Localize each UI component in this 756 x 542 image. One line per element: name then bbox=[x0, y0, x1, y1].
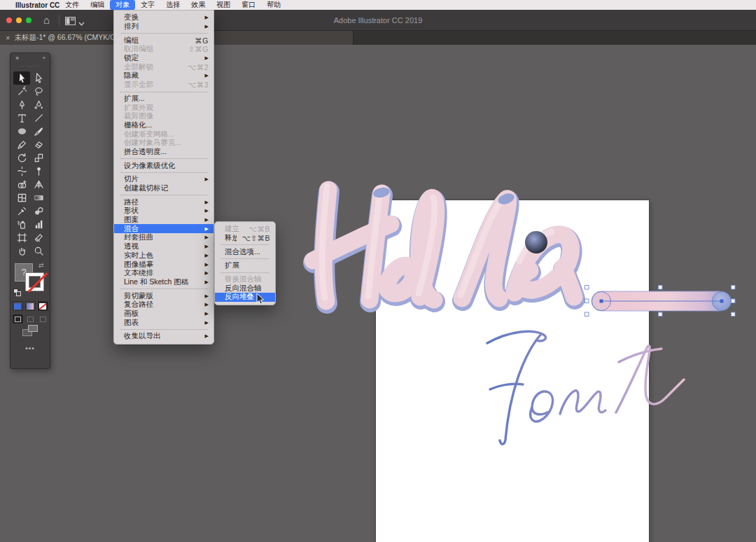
submenu-arrow-icon: ▶ bbox=[205, 279, 209, 285]
paintbrush-tool[interactable] bbox=[30, 125, 47, 138]
blend-submenu-item-反向堆叠[interactable]: 反向堆叠 bbox=[215, 293, 275, 302]
pencil-tool[interactable] bbox=[13, 138, 30, 151]
blend-submenu-item-释放[interactable]: 释放⌥⇧⌘B bbox=[215, 234, 275, 243]
object-menu-item-路径[interactable]: 路径▶ bbox=[114, 197, 214, 207]
submenu-arrow-icon: ▶ bbox=[205, 262, 209, 267]
object-menu-item-实时上色[interactable]: 实时上色▶ bbox=[114, 251, 214, 260]
draw-inside-button[interactable] bbox=[38, 314, 48, 324]
color-button[interactable] bbox=[13, 301, 23, 311]
object-menu-item-图案[interactable]: 图案▶ bbox=[114, 216, 214, 225]
menubar-item-文件[interactable]: 文件 bbox=[59, 0, 85, 10]
menubar-item-文字[interactable]: 文字 bbox=[135, 0, 160, 10]
menubar-item-视图[interactable]: 视图 bbox=[211, 0, 236, 10]
submenu-arrow-icon: ▶ bbox=[205, 200, 209, 205]
object-menu-item-创建裁切标记[interactable]: 创建裁切标记 bbox=[114, 184, 214, 193]
panel-collapse-icon[interactable]: « bbox=[43, 55, 46, 61]
panel-close-icon[interactable]: × bbox=[15, 55, 19, 62]
draw-behind-button[interactable] bbox=[25, 314, 36, 324]
direct-selection-tool[interactable] bbox=[30, 71, 47, 85]
menubar-app-name[interactable]: Illustrator CC bbox=[15, 1, 59, 9]
magic-wand-tool[interactable] bbox=[13, 85, 30, 98]
change-screen-mode-icon[interactable] bbox=[10, 329, 50, 336]
zoom-tool[interactable] bbox=[30, 244, 47, 258]
object-menu-item-Line 和 Sketch 图稿[interactable]: Line 和 Sketch 图稿▶ bbox=[114, 278, 214, 287]
pen-tool[interactable] bbox=[13, 98, 30, 111]
object-menu-item-隐藏[interactable]: 隐藏▶ bbox=[114, 71, 214, 81]
ellipse-tool[interactable] bbox=[13, 125, 30, 138]
panel-grip[interactable]: ········ bbox=[10, 64, 50, 71]
object-menu-item-剪切蒙版[interactable]: 剪切蒙版▶ bbox=[114, 291, 214, 300]
gradient-tool[interactable] bbox=[30, 191, 47, 204]
default-fill-stroke-icon[interactable] bbox=[13, 289, 21, 296]
menubar-item-编辑[interactable]: 编辑 bbox=[85, 0, 110, 10]
stroke-swatch[interactable] bbox=[25, 272, 44, 291]
object-menu-separator bbox=[120, 92, 208, 92]
curvature-tool[interactable] bbox=[30, 98, 47, 111]
object-menu-item-混合[interactable]: 混合▶ bbox=[114, 224, 214, 233]
draw-normal-button[interactable] bbox=[13, 314, 23, 324]
tool-grid bbox=[10, 71, 50, 258]
object-menu-item-透视[interactable]: 透视▶ bbox=[114, 242, 214, 251]
menubar-items: 文件编辑对象文字选择效果视图窗口帮助 bbox=[59, 0, 286, 10]
object-menu-item-复合路径[interactable]: 复合路径▶ bbox=[114, 300, 214, 310]
object-menu-separator bbox=[120, 195, 208, 195]
object-menu-item-排列[interactable]: 排列▶ bbox=[114, 22, 214, 32]
none-button[interactable] bbox=[38, 301, 48, 311]
width-tool[interactable] bbox=[13, 165, 30, 178]
puppet-warp-tool[interactable] bbox=[30, 165, 47, 178]
line-segment-tool[interactable] bbox=[30, 111, 47, 125]
symbol-sprayer-tool[interactable] bbox=[13, 218, 30, 231]
object-menu-item-图表[interactable]: 图表▶ bbox=[114, 318, 214, 327]
menubar-item-对象[interactable]: 对象 bbox=[110, 0, 135, 10]
gradient-button[interactable] bbox=[25, 301, 36, 311]
object-menu-item-编组[interactable]: 编组⌘G bbox=[114, 36, 214, 45]
object-menu-item-收集以导出[interactable]: 收集以导出▶ bbox=[114, 332, 214, 341]
submenu-arrow-icon: ▶ bbox=[205, 235, 209, 240]
menubar-item-帮助[interactable]: 帮助 bbox=[261, 0, 286, 10]
submenu-arrow-icon: ▶ bbox=[205, 302, 209, 307]
submenu-arrow-icon: ▶ bbox=[205, 24, 209, 29]
shape-builder-tool[interactable] bbox=[13, 178, 30, 191]
column-graph-tool[interactable] bbox=[30, 218, 47, 231]
swap-fill-stroke-icon[interactable]: ⇄ bbox=[38, 262, 44, 269]
object-menu-item-栅格化[interactable]: 栅格化... bbox=[114, 121, 214, 130]
object-menu-item-画板[interactable]: 画板▶ bbox=[114, 310, 214, 319]
object-menu-item-形状[interactable]: 形状▶ bbox=[114, 207, 214, 216]
hand-tool[interactable] bbox=[13, 244, 30, 258]
mesh-tool[interactable] bbox=[13, 191, 30, 204]
artboard-tool[interactable] bbox=[13, 231, 30, 244]
object-menu-item-切片[interactable]: 切片▶ bbox=[114, 175, 214, 184]
lasso-tool[interactable] bbox=[30, 85, 47, 98]
object-menu-item-拼合透明度[interactable]: 拼合透明度... bbox=[114, 148, 214, 157]
object-menu-item-锁定[interactable]: 锁定▶ bbox=[114, 54, 214, 63]
edit-toolbar-icon[interactable]: ••• bbox=[10, 345, 50, 352]
menu-item-label: 显示全部 bbox=[124, 80, 182, 90]
eyedropper-tool[interactable] bbox=[13, 204, 30, 218]
object-menu-item-图像描摹[interactable]: 图像描摹▶ bbox=[114, 260, 214, 269]
object-menu-item-设为像素级优化[interactable]: 设为像素级优化 bbox=[114, 161, 214, 170]
object-menu-item-文本绕排[interactable]: 文本绕排▶ bbox=[114, 269, 214, 278]
blend-submenu: 建立⌥⌘B释放⌥⇧⌘B混合选项...扩展替换混合轴反向混合轴反向堆叠 bbox=[214, 221, 276, 305]
tab-close-icon[interactable]: × bbox=[6, 34, 10, 42]
submenu-arrow-icon: ▶ bbox=[205, 311, 209, 317]
perspective-grid-tool[interactable] bbox=[30, 178, 47, 191]
selection-tool[interactable] bbox=[13, 71, 30, 85]
type-tool[interactable] bbox=[13, 111, 30, 125]
scale-tool[interactable] bbox=[30, 151, 47, 165]
artboard bbox=[376, 200, 649, 542]
menubar-item-窗口[interactable]: 窗口 bbox=[236, 0, 261, 10]
menubar-item-选择[interactable]: 选择 bbox=[160, 0, 186, 10]
blend-submenu-item-反向混合轴[interactable]: 反向混合轴 bbox=[215, 284, 275, 293]
menu-item-label: 拼合透明度... bbox=[124, 147, 209, 157]
menubar-item-效果[interactable]: 效果 bbox=[186, 0, 211, 10]
rotate-tool[interactable] bbox=[13, 151, 30, 165]
object-menu-item-封套扭曲[interactable]: 封套扭曲▶ bbox=[114, 233, 214, 242]
blend-submenu-item-扩展[interactable]: 扩展 bbox=[215, 261, 275, 270]
macos-menubar: Illustrator CC 文件编辑对象文字选择效果视图窗口帮助 bbox=[0, 0, 756, 10]
blend-tool[interactable] bbox=[30, 204, 47, 218]
blend-submenu-item-混合选项[interactable]: 混合选项... bbox=[215, 247, 275, 256]
slice-tool[interactable] bbox=[30, 231, 47, 244]
object-menu-item-变换[interactable]: 变换▶ bbox=[114, 13, 214, 22]
object-menu-item-扩展[interactable]: 扩展... bbox=[114, 95, 214, 104]
eraser-tool[interactable] bbox=[30, 138, 47, 151]
